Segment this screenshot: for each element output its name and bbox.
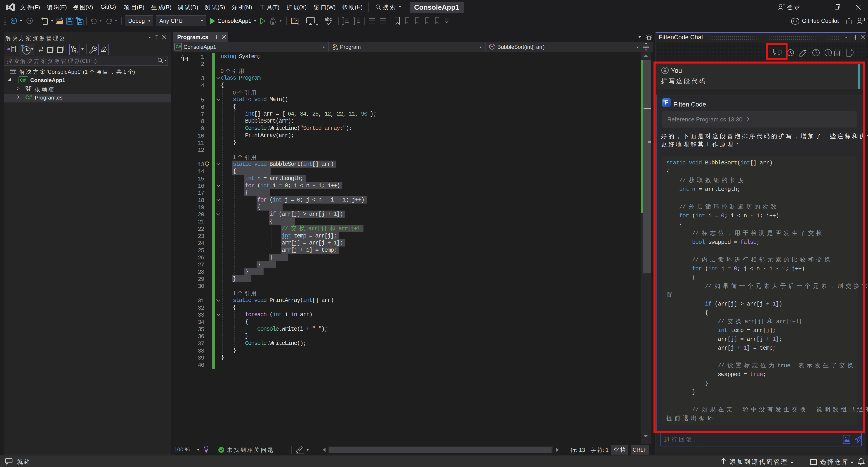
svg-text:abc: abc [324, 17, 332, 22]
